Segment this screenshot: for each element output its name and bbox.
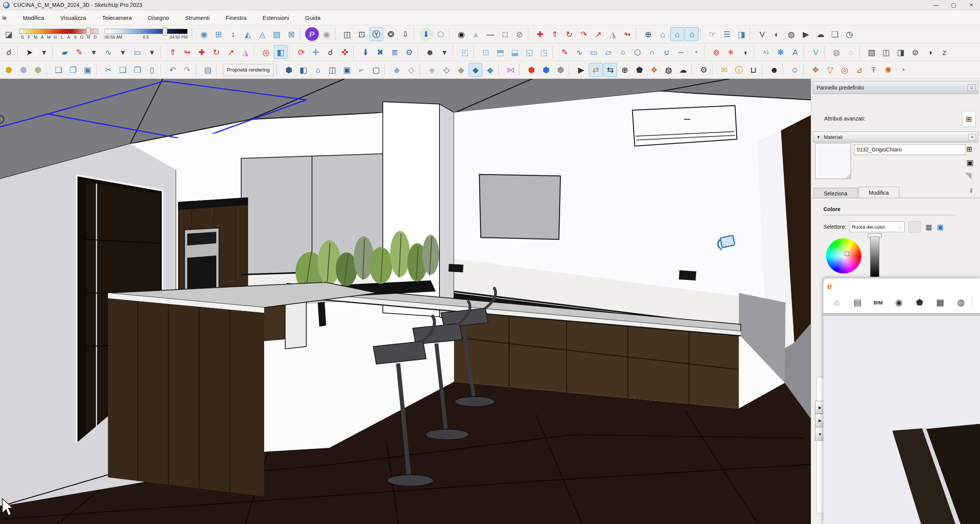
scale-tool-icon[interactable]: ↗ (224, 45, 238, 59)
enscape-cloud-icon[interactable]: ☁ (676, 63, 690, 77)
section-plane-icon[interactable]: ⌂ (656, 27, 670, 41)
extension-warehouse-icon[interactable]: ✖ (373, 45, 387, 59)
redo-icon[interactable]: ↷ (180, 63, 194, 77)
light-disc-icon[interactable]: Ŧ (867, 63, 880, 77)
model-viewport[interactable] (0, 79, 811, 524)
new-file-icon[interactable]: ❏ (52, 63, 65, 77)
sample-material-icon[interactable]: ◎ (259, 45, 273, 59)
print-icon[interactable]: ▤ (201, 63, 215, 77)
light-sphere-icon[interactable]: ◎ (838, 63, 851, 77)
pencil-dropdown-icon[interactable]: ▾ (87, 45, 101, 59)
color-wheel[interactable] (826, 238, 861, 273)
add-location-icon[interactable]: ⬇ (419, 27, 433, 41)
menu-visualizza[interactable]: Visualizza (52, 10, 94, 25)
value-slider[interactable] (870, 236, 879, 277)
copy-icon[interactable]: ❑ (116, 63, 130, 77)
face-xray-icon[interactable]: ◈ (425, 63, 439, 77)
zoom-tool-icon[interactable]: ☌ (323, 45, 337, 59)
date-slider-handle[interactable] (86, 28, 91, 36)
enscape-sync-icon[interactable]: ⇄ (589, 63, 603, 77)
save-file-icon[interactable]: ▣ (81, 63, 95, 77)
dock-buildings-icon[interactable]: ▦ (933, 295, 948, 310)
move-tool-icon[interactable]: ✚ (533, 27, 547, 41)
enscape-start-icon[interactable]: ▶ (574, 63, 588, 77)
dock-environment-icon[interactable]: ⬟ (912, 295, 927, 310)
offset-tool-icon[interactable]: ↬ (180, 45, 194, 59)
rotate-tool-icon[interactable]: ↻ (209, 45, 223, 59)
outliner-icon[interactable]: ☰ (720, 27, 734, 41)
menu-estensioni[interactable]: Estensioni (255, 10, 297, 25)
tab-modifica[interactable]: Modifica (859, 187, 899, 199)
paint-bucket-tool-icon[interactable]: ◧ (274, 45, 287, 59)
solid-intersect-icon[interactable]: ⊡ (479, 45, 493, 59)
component-options-icon[interactable]: ◨ (735, 27, 748, 41)
dock-media-icon[interactable]: ◍ (953, 295, 969, 310)
solid-union-icon[interactable]: ⬒ (493, 45, 507, 59)
color-wheel-picker[interactable] (845, 252, 849, 256)
light-spot-icon[interactable]: ⊿ (852, 63, 866, 77)
push-pull-tool-icon[interactable]: ⇑ (548, 27, 562, 41)
enscape-camera-sync-icon[interactable]: ⇆ (603, 63, 617, 77)
section-fill-icon[interactable]: ⌂ (685, 27, 699, 41)
light-rect-icon[interactable]: ▽ (823, 63, 837, 77)
time-slider-track[interactable] (105, 29, 188, 34)
v-check-icon[interactable]: V (809, 45, 823, 59)
ai-assistant-icon[interactable]: ☺ (788, 63, 802, 77)
flip-edge-icon[interactable]: ⊠ (284, 27, 298, 41)
face-textured-icon[interactable]: ◆ (469, 63, 482, 77)
polygon-tool-icon[interactable]: ⬡ (630, 45, 644, 59)
sandbox-from-contours-icon[interactable]: ◉ (197, 27, 211, 41)
photo-camera-icon[interactable]: ⊡ (355, 27, 369, 41)
light-partial-icon[interactable]: ◔ (896, 63, 910, 77)
match-model-color-icon[interactable]: ▦ (925, 223, 932, 231)
materials-section-header[interactable]: ▼ Materiali ✕ (813, 132, 978, 142)
dock-bim-icon[interactable]: BIM (871, 295, 886, 310)
scene-light-icon[interactable]: Ⓨ (369, 27, 383, 41)
pan-tool-icon[interactable]: ✛ (309, 45, 323, 59)
threed-text-icon[interactable]: A (788, 45, 802, 59)
menu-finestra[interactable]: Finestra (218, 10, 255, 25)
push-pull-tool-icon[interactable]: ⇑ (166, 45, 180, 59)
face-shaded-icon[interactable]: ◆ (390, 63, 403, 77)
view-rounded-icon[interactable]: ▢ (369, 63, 383, 77)
cube-gray-icon[interactable]: ⬢ (554, 63, 567, 77)
style-cube-green-icon[interactable]: ⬢ (31, 63, 45, 77)
account-black-icon[interactable]: ☻ (767, 63, 781, 77)
look-around-icon[interactable]: ⊕ (641, 27, 655, 41)
checker-diagonal-icon[interactable]: ▧ (865, 45, 879, 59)
three-point-arc-tool-icon[interactable]: ∼ (674, 45, 688, 59)
view-box-icon[interactable]: ▣ (340, 63, 354, 77)
protractor-icon[interactable]: ◖ (738, 45, 752, 59)
tape-measure-icon[interactable]: ⊚ (709, 45, 723, 59)
view-split-icon[interactable]: ◫ (325, 63, 339, 77)
secondary-pane-toggle-icon[interactable]: ◥ (965, 171, 972, 181)
rotate-tool-icon[interactable]: ↻ (562, 27, 576, 41)
follow-me-tool-icon[interactable]: ↷ (577, 27, 591, 41)
menu-telecamera[interactable]: Telecamera (94, 10, 140, 25)
create-material-button[interactable]: ⊞ (964, 143, 975, 156)
solid-trim-icon[interactable]: ◱ (523, 45, 536, 59)
enscape-ball-icon[interactable]: ◍ (662, 63, 675, 77)
light-photo-icon[interactable]: ❖ (808, 63, 822, 77)
view-l-icon[interactable]: ⌐ (354, 63, 368, 77)
account-dropdown-icon[interactable]: ▾ (438, 45, 451, 59)
match-screen-color-icon[interactable]: ▣ (937, 223, 944, 231)
eraser-tool-icon[interactable]: ▰ (58, 45, 72, 59)
select-dropdown-icon[interactable]: ▾ (37, 45, 51, 59)
style-shaded-icon[interactable]: ◉ (454, 27, 468, 41)
menu-guida[interactable]: Guida (297, 10, 328, 25)
checker-cube-b-icon[interactable]: ◨ (894, 45, 908, 59)
maximize-button[interactable]: ▢ (945, 0, 962, 10)
current-color-swatch[interactable] (908, 221, 921, 233)
vray-frame-buffer-icon[interactable]: ❏ (828, 27, 842, 41)
axes-triangle-icon[interactable]: ◮ (606, 27, 620, 41)
circle-tool-icon[interactable]: ○ (616, 45, 630, 59)
dock-visibility-icon[interactable]: ◉ (891, 295, 906, 310)
scale-tool-icon[interactable]: ↗ (591, 27, 605, 41)
delete-icon[interactable]: ▯ (145, 63, 159, 77)
undo-icon[interactable]: ↶ (166, 63, 180, 77)
menu-modifica[interactable]: Modifica (15, 10, 52, 25)
select-lasso-icon[interactable]: ◌ (844, 45, 858, 59)
menu-strumenti[interactable]: Strumenti (177, 10, 217, 25)
zoom-window-icon[interactable]: ☌ (2, 45, 16, 59)
